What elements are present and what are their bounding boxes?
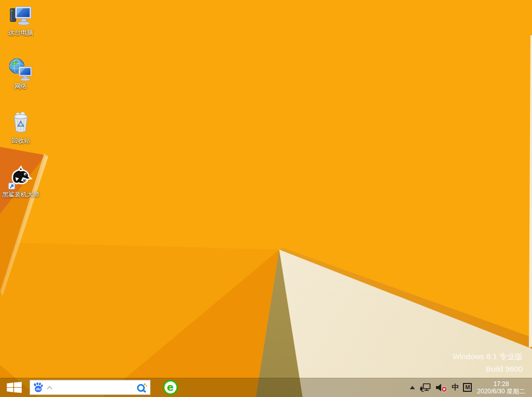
network-status-button[interactable]	[419, 378, 431, 397]
show-hidden-icons-button[interactable]	[410, 378, 415, 397]
wallpaper-facet-burnt-triangle	[0, 0, 532, 397]
network-icon	[8, 57, 34, 81]
watermark-build: Build 9600	[453, 363, 523, 375]
windows-logo-icon	[7, 382, 22, 393]
windows-watermark: Windows 8.1 专业版 Build 9600	[453, 350, 523, 375]
taskbar-green-browser-button[interactable]: e	[161, 379, 179, 395]
desktop-icon-label: 回收站	[1, 137, 41, 144]
this-pc-icon	[8, 4, 34, 28]
search-input[interactable]	[56, 380, 133, 394]
desktop[interactable]: 这台电脑 网络	[0, 0, 532, 397]
clock-date: 2020/6/30 星期二	[477, 388, 525, 395]
desktop-icon-network[interactable]: 网络	[1, 57, 41, 90]
desktop-icon-label: 网络	[1, 83, 41, 90]
taskbar-clock[interactable]: 17:28 2020/6/30 星期二	[477, 378, 525, 397]
desktop-icon-heisha-installer[interactable]: 黑鲨装机大师	[1, 165, 41, 198]
search-magnifier-icon[interactable]	[136, 382, 147, 393]
black-shark-icon	[8, 165, 34, 190]
wallpaper-fold-ridge	[0, 0, 532, 397]
clock-time: 17:28	[494, 380, 509, 388]
wallpaper-facet-corner	[0, 0, 532, 397]
speaker-muted-icon	[435, 383, 447, 392]
desktop-icon-label: 这台电脑	[1, 29, 41, 36]
volume-button[interactable]	[435, 378, 447, 397]
wired-network-icon	[419, 383, 431, 392]
ime-language-indicator[interactable]: 中	[452, 378, 459, 397]
ime-mode-indicator: M	[463, 383, 472, 392]
watermark-edition: Windows 8.1 专业版	[453, 350, 523, 363]
search-engine-caret-icon[interactable]	[46, 386, 53, 390]
desktop-icon-label: 黑鲨装机大师	[1, 191, 41, 198]
desktop-icon-recycle-bin[interactable]: 回收站	[1, 110, 41, 144]
system-tray: 中 M 17:28 2020/6/30 星期二	[410, 378, 532, 397]
wallpaper-edge-sliver	[0, 0, 532, 397]
green-browser-letter: e	[167, 382, 174, 392]
wallpaper-facet-cream	[0, 0, 532, 397]
taskbar-search-box[interactable]: du	[30, 380, 151, 395]
wallpaper-facet-lower-orange	[0, 0, 532, 397]
ime-mode-button[interactable]: M	[463, 378, 472, 397]
recycle-bin-icon	[8, 110, 33, 136]
desktop-icon-this-pc[interactable]: 这台电脑	[1, 4, 41, 36]
taskbar[interactable]: du e	[0, 378, 532, 397]
chevron-up-icon	[410, 386, 415, 390]
baidu-paw-icon[interactable]: du	[33, 382, 44, 393]
wallpaper-facet-wedge	[0, 0, 532, 397]
wallpaper-fold-highlight	[0, 0, 532, 397]
baidu-du-label: du	[36, 387, 41, 391]
wallpaper-facet-saturated	[0, 0, 532, 397]
green-browser-icon: e	[163, 380, 178, 395]
start-button[interactable]	[0, 378, 29, 397]
wallpaper-facet-shadow	[0, 0, 532, 397]
